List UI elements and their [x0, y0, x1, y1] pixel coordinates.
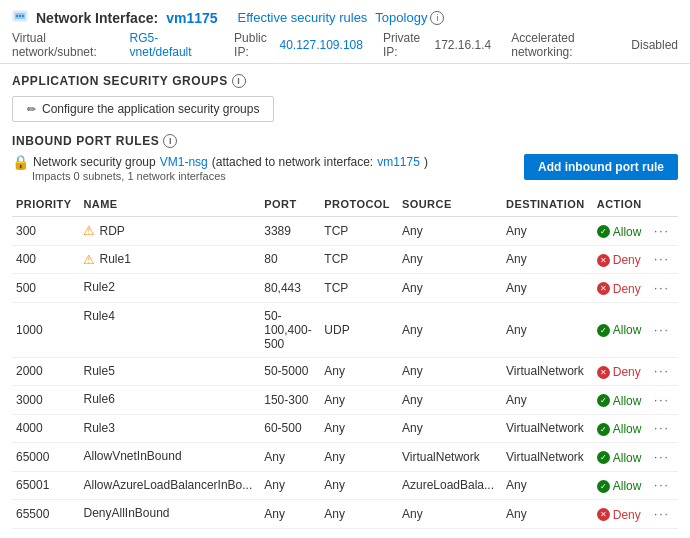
- public-ip-info: Public IP: 40.127.109.108: [234, 31, 363, 59]
- allow-badge: ✓ Allow: [597, 225, 642, 239]
- allow-icon: ✓: [597, 480, 610, 493]
- private-ip-value: 172.16.1.4: [434, 38, 491, 52]
- header: Network Interface: vm1175 Effective secu…: [0, 0, 690, 64]
- cell-protocol: TCP: [320, 274, 398, 303]
- table-row[interactable]: 3000Rule6150-300AnyAnyAny ✓ Allow···: [12, 386, 678, 415]
- cell-protocol: Any: [320, 386, 398, 415]
- nsg-vm-link[interactable]: vm1175: [377, 155, 420, 169]
- cell-more-options[interactable]: ···: [650, 357, 678, 386]
- table-row[interactable]: 300⚠RDP3389TCPAnyAny ✓ Allow···: [12, 217, 678, 246]
- pencil-icon: ✏: [27, 103, 36, 116]
- cell-name: Rule4: [79, 303, 260, 329]
- cell-more-options[interactable]: ···: [650, 217, 678, 246]
- cell-port: 80: [260, 245, 320, 274]
- col-header-port: PORT: [260, 192, 320, 217]
- topology-link[interactable]: Topology: [375, 10, 427, 25]
- col-header-destination: DESTINATION: [502, 192, 593, 217]
- cell-protocol: TCP: [320, 217, 398, 246]
- warning-icon: ⚠: [83, 223, 95, 238]
- cell-priority: 1000: [12, 302, 79, 357]
- app-security-groups-info-icon[interactable]: i: [232, 74, 246, 88]
- cell-priority: 3000: [12, 386, 79, 415]
- cell-port: Any: [260, 471, 320, 500]
- inbound-rules-info-icon[interactable]: i: [163, 134, 177, 148]
- cell-name: Rule6: [79, 386, 260, 412]
- cell-destination: Any: [502, 245, 593, 274]
- table-row[interactable]: 65500DenyAllInBoundAnyAnyAnyAny ✕ Deny··…: [12, 500, 678, 529]
- cell-port: 150-300: [260, 386, 320, 415]
- cell-destination: Any: [502, 471, 593, 500]
- nsg-impacts-text: Impacts 0 subnets, 1 network interfaces: [32, 170, 428, 182]
- cell-action: ✕ Deny: [593, 500, 650, 529]
- deny-icon: ✕: [597, 254, 610, 267]
- cell-source: Any: [398, 414, 502, 443]
- table-row[interactable]: 1000Rule450-100,400-500UDPAnyAny ✓ Allow…: [12, 302, 678, 357]
- cell-protocol: Any: [320, 414, 398, 443]
- cell-more-options[interactable]: ···: [650, 386, 678, 415]
- topology-container: Topology i: [375, 10, 444, 25]
- configure-app-security-groups-button[interactable]: ✏ Configure the application security gro…: [12, 96, 274, 122]
- table-row[interactable]: 500Rule280,443TCPAnyAny ✕ Deny···: [12, 274, 678, 303]
- add-inbound-port-rule-button[interactable]: Add inbound port rule: [524, 154, 678, 180]
- cell-more-options[interactable]: ···: [650, 471, 678, 500]
- table-row[interactable]: 400⚠Rule180TCPAnyAny ✕ Deny···: [12, 245, 678, 274]
- table-row[interactable]: 65001AllowAzureLoadBalancerInBo...AnyAny…: [12, 471, 678, 500]
- allow-icon: ✓: [597, 423, 610, 436]
- cell-source: Any: [398, 357, 502, 386]
- cell-more-options[interactable]: ···: [650, 500, 678, 529]
- inbound-port-rules-section: INBOUND PORT RULES i 🔒 Network security …: [0, 128, 690, 535]
- col-header-protocol: PROTOCOL: [320, 192, 398, 217]
- cell-port: Any: [260, 500, 320, 529]
- allow-icon: ✓: [597, 451, 610, 464]
- col-header-more: [650, 192, 678, 217]
- public-ip-value-link[interactable]: 40.127.109.108: [279, 38, 362, 52]
- cell-action: ✕ Deny: [593, 245, 650, 274]
- cell-priority: 400: [12, 245, 79, 274]
- cell-name: Rule5: [79, 358, 260, 384]
- cell-destination: Any: [502, 386, 593, 415]
- cell-priority: 2000: [12, 357, 79, 386]
- cell-name: DenyAllInBound: [79, 500, 260, 526]
- cell-name: AllowAzureLoadBalancerInBo...: [79, 472, 260, 498]
- nsg-text-block: 🔒 Network security group VM1-nsg (attach…: [12, 154, 428, 188]
- table-row[interactable]: 4000Rule360-500AnyAnyVirtualNetwork ✓ Al…: [12, 414, 678, 443]
- cell-priority: 300: [12, 217, 79, 246]
- rule-name: Rule5: [83, 364, 114, 378]
- network-interface-icon: [12, 8, 28, 27]
- deny-badge: ✕ Deny: [597, 253, 641, 267]
- cell-more-options[interactable]: ···: [650, 274, 678, 303]
- cell-destination: Any: [502, 500, 593, 529]
- subnet-value-link[interactable]: RG5-vnet/default: [130, 31, 215, 59]
- table-row[interactable]: 65000AllowVnetInBoundAnyAnyVirtualNetwor…: [12, 443, 678, 472]
- allow-badge: ✓ Allow: [597, 394, 642, 408]
- cell-source: VirtualNetwork: [398, 443, 502, 472]
- app-security-groups-title: APPLICATION SECURITY GROUPS: [12, 74, 228, 88]
- nsg-name-link[interactable]: VM1-nsg: [160, 155, 208, 169]
- deny-icon: ✕: [597, 366, 610, 379]
- vm-name-link[interactable]: vm1175: [166, 10, 217, 26]
- cell-protocol: Any: [320, 443, 398, 472]
- rule-name: AllowAzureLoadBalancerInBo...: [83, 478, 252, 492]
- table-row[interactable]: 2000Rule550-5000AnyAnyVirtualNetwork ✕ D…: [12, 357, 678, 386]
- private-ip-label: Private IP:: [383, 31, 431, 59]
- cell-protocol: UDP: [320, 302, 398, 357]
- cell-destination: VirtualNetwork: [502, 357, 593, 386]
- deny-icon: ✕: [597, 282, 610, 295]
- effective-security-rules-link[interactable]: Effective security rules: [238, 10, 368, 25]
- cell-more-options[interactable]: ···: [650, 245, 678, 274]
- cell-source: Any: [398, 302, 502, 357]
- svg-point-4: [22, 15, 24, 17]
- configure-btn-label: Configure the application security group…: [42, 102, 259, 116]
- allow-badge: ✓ Allow: [597, 422, 642, 436]
- cell-more-options[interactable]: ···: [650, 443, 678, 472]
- cell-more-options[interactable]: ···: [650, 414, 678, 443]
- cell-action: ✓ Allow: [593, 443, 650, 472]
- cell-action: ✓ Allow: [593, 217, 650, 246]
- rule-name: DenyAllInBound: [83, 506, 169, 520]
- rule-name: Rule1: [99, 252, 130, 266]
- nsg-info-row: 🔒 Network security group VM1-nsg (attach…: [12, 154, 678, 188]
- topology-info-icon[interactable]: i: [430, 11, 444, 25]
- public-ip-label: Public IP:: [234, 31, 275, 59]
- cell-more-options[interactable]: ···: [650, 302, 678, 357]
- allow-badge: ✓ Allow: [597, 451, 642, 465]
